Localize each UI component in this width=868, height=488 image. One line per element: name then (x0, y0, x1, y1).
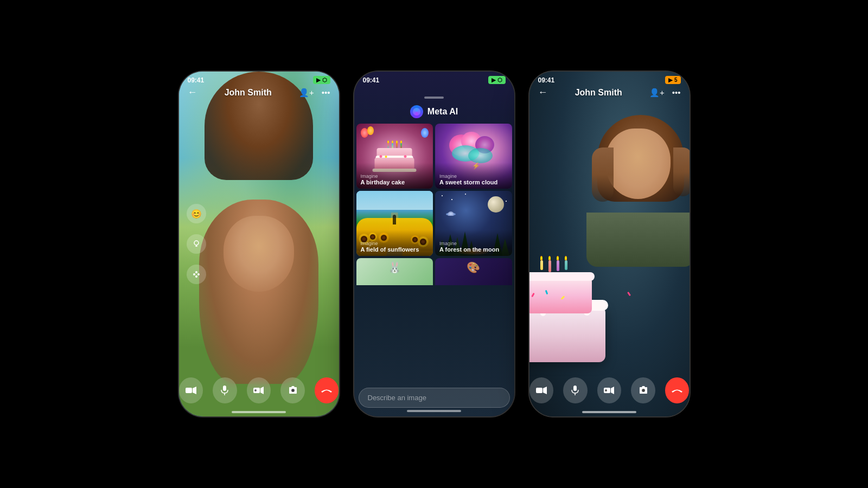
partial-cell-colorful: 🎨 (435, 258, 512, 285)
effects-side-icon[interactable] (187, 265, 206, 284)
back-arrow-right[interactable]: ← (538, 87, 548, 98)
call-header-right: ← John Smith 👤+ ••• (529, 87, 690, 98)
meta-ai-header: Meta AI (354, 102, 514, 124)
more-options-icon-right[interactable]: ••• (672, 88, 681, 97)
image-grid: Imagine A birthday cake (354, 124, 514, 256)
video-btn-right[interactable] (529, 377, 554, 403)
cake-caption: Imagine A birthday cake (356, 163, 433, 189)
grid-cell-moon[interactable]: Imagine A forest on the moon (435, 191, 512, 256)
home-indicator-right (582, 411, 636, 413)
phone-right: 09:41 ▶5 ← John Smith 👤+ ••• (529, 72, 690, 416)
center-screen: 09:41 ▶⬡ Meta AI (354, 72, 514, 416)
status-time-left: 09:41 (188, 76, 205, 84)
camera-flip-btn-right[interactable] (631, 377, 655, 403)
side-icons-left: 😊 (187, 204, 206, 284)
grid-cell-sunflower[interactable]: Imagine A field of sunflowers (356, 191, 433, 256)
svg-point-6 (195, 275, 197, 278)
emoji-icon[interactable]: 😊 (187, 204, 206, 223)
add-participant-icon-right[interactable]: 👤+ (649, 88, 665, 98)
describe-image-input[interactable]: Describe an image (359, 388, 510, 408)
svg-point-15 (292, 390, 293, 391)
svg-point-22 (605, 389, 607, 391)
end-call-btn-left[interactable] (315, 377, 339, 403)
status-time-right: 09:41 (538, 76, 555, 84)
back-arrow-left[interactable]: ← (188, 87, 197, 98)
mic-btn-right[interactable] (563, 377, 588, 403)
svg-rect-7 (186, 388, 192, 393)
mic-btn-left[interactable] (213, 377, 237, 403)
camera-flip-btn-left[interactable] (280, 377, 305, 403)
svg-rect-16 (536, 388, 542, 393)
status-icons-right: ▶5 (665, 76, 681, 84)
status-icons-center: ▶⬡ (488, 76, 506, 84)
svg-point-3 (193, 273, 195, 275)
call-header-left: ← John Smith 👤+ ••• (179, 87, 339, 98)
svg-rect-18 (573, 386, 577, 391)
svg-marker-8 (193, 387, 196, 394)
phones-container: 09:41 ▶⬡ ← John Smith 👤+ ••• 😊 (0, 0, 868, 488)
svg-rect-9 (223, 386, 226, 391)
home-indicator-left (232, 411, 286, 413)
meta-ai-logo (410, 105, 423, 118)
status-bar-right: 09:41 ▶5 (529, 72, 690, 86)
imagine-title-moon: A forest on the moon (439, 246, 508, 253)
phone-center: 09:41 ▶⬡ Meta AI (354, 72, 514, 416)
battery-right: ▶5 (665, 76, 681, 84)
status-icons-left: ▶⬡ (313, 76, 330, 84)
cloud-caption: Imagine A sweet storm cloud (435, 163, 512, 189)
battery-center: ▶⬡ (488, 76, 506, 84)
call-controls-right (529, 377, 690, 403)
grid-cell-cloud[interactable]: ⚡ Imagine A sweet storm cloud (435, 124, 512, 189)
imagine-label-sunflower: Imagine (361, 241, 429, 246)
right-screen: 09:41 ▶5 ← John Smith 👤+ ••• (529, 72, 690, 416)
grid-cell-cake[interactable]: Imagine A birthday cake (356, 124, 433, 189)
imagine-title-cloud: A sweet storm cloud (439, 179, 508, 185)
status-bar-center: 09:41 ▶⬡ (354, 72, 514, 86)
person-silhouette (199, 200, 318, 384)
call-header-icons-left: 👤+ ••• (299, 88, 330, 98)
add-participant-icon-left[interactable]: 👤+ (299, 88, 314, 98)
imagine-label-cloud: Imagine (439, 174, 508, 179)
face (224, 216, 294, 292)
imagine-title-sunflower: A field of sunflowers (361, 246, 429, 253)
effects-btn-left[interactable] (247, 377, 271, 403)
call-name-left: John Smith (225, 88, 272, 98)
svg-marker-21 (611, 387, 614, 394)
end-call-btn-right[interactable] (665, 377, 690, 403)
video-btn-left[interactable] (179, 377, 203, 403)
moon-circle (488, 196, 504, 213)
imagine-label-cake: Imagine (361, 174, 429, 179)
lightbulb-icon[interactable] (187, 234, 206, 254)
imagine-title-cake: A birthday cake (361, 179, 429, 185)
phone-left: 09:41 ▶⬡ ← John Smith 👤+ ••• 😊 (179, 72, 339, 416)
partial-image-row: 🐰 🎨 (354, 256, 514, 285)
left-screen: 09:41 ▶⬡ ← John Smith 👤+ ••• 😊 (179, 72, 339, 416)
home-indicator-center (407, 410, 461, 412)
svg-point-5 (197, 273, 200, 275)
svg-point-0 (194, 241, 199, 245)
effects-btn-right[interactable] (597, 377, 622, 403)
sunflower-caption: Imagine A field of sunflowers (356, 230, 433, 256)
svg-point-24 (642, 390, 644, 391)
more-options-icon-left[interactable]: ••• (322, 88, 330, 97)
svg-marker-17 (543, 387, 547, 394)
partial-cell-bunny: 🐰 (356, 258, 433, 285)
battery-left: ▶⬡ (313, 76, 330, 84)
svg-marker-12 (260, 387, 264, 394)
input-placeholder-text: Describe an image (368, 394, 426, 402)
svg-point-13 (254, 389, 257, 391)
status-bar-left: 09:41 ▶⬡ (179, 72, 339, 86)
svg-point-4 (195, 271, 197, 273)
call-name-right: John Smith (575, 88, 622, 98)
drag-handle[interactable] (424, 97, 444, 99)
meta-ai-title: Meta AI (427, 107, 458, 117)
call-header-icons-right: 👤+ ••• (649, 88, 681, 98)
imagine-label-moon: Imagine (439, 241, 508, 246)
cake-main (529, 237, 643, 373)
status-time-center: 09:41 (363, 76, 380, 84)
moon-caption: Imagine A forest on the moon (435, 230, 512, 256)
call-controls-left (179, 377, 339, 403)
